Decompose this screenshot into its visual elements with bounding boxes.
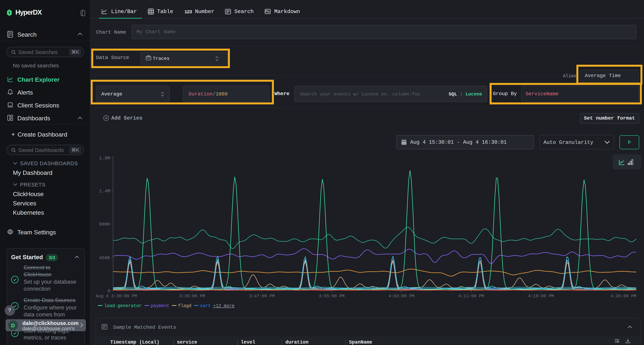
svg-text:1.4M: 1.4M <box>99 188 110 194</box>
svg-text:0: 0 <box>107 288 110 294</box>
svg-text:load-generator: load-generator <box>104 303 142 309</box>
svg-text:Aug 4 3:30:00 PM: Aug 4 3:30:00 PM <box>96 294 137 299</box>
svg-text:4:19:00 PM: 4:19:00 PM <box>528 294 554 299</box>
svg-text:900K: 900K <box>99 222 110 227</box>
svg-text:3:55:00 PM: 3:55:00 PM <box>319 294 344 299</box>
svg-text:1.8M: 1.8M <box>99 156 110 161</box>
svg-text:4:03:00 PM: 4:03:00 PM <box>388 294 414 299</box>
svg-text:cart: cart <box>200 303 211 309</box>
svg-text:4:30:00 PM: 4:30:00 PM <box>610 294 636 299</box>
svg-text:4:11:00 PM: 4:11:00 PM <box>458 294 484 299</box>
svg-text:+12 more: +12 more <box>213 303 234 309</box>
svg-text:3:47:00 PM: 3:47:00 PM <box>249 294 275 299</box>
svg-text:450K: 450K <box>99 255 110 261</box>
svg-text:payment: payment <box>150 303 170 309</box>
svg-text:flagd: flagd <box>178 303 192 309</box>
svg-text:3:39:00 PM: 3:39:00 PM <box>179 294 205 299</box>
